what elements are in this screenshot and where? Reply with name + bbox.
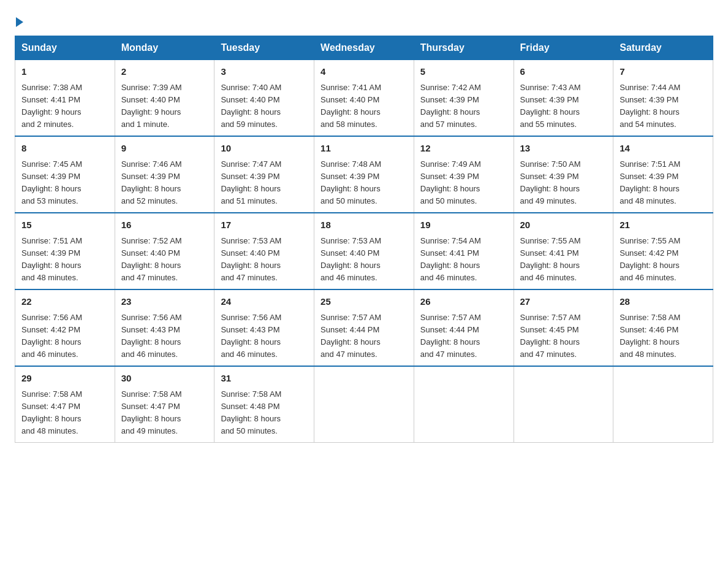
day-number: 15 — [21, 218, 108, 232]
calendar-cell: 28Sunrise: 7:58 AMSunset: 4:46 PMDayligh… — [613, 289, 713, 366]
calendar-cell: 26Sunrise: 7:57 AMSunset: 4:44 PMDayligh… — [414, 289, 514, 366]
logo — [15, 15, 25, 23]
calendar-cell: 8Sunrise: 7:45 AMSunset: 4:39 PMDaylight… — [15, 136, 115, 213]
day-number: 3 — [221, 65, 308, 79]
calendar-cell: 23Sunrise: 7:56 AMSunset: 4:43 PMDayligh… — [115, 289, 214, 366]
day-number: 17 — [221, 218, 308, 232]
day-number: 25 — [320, 295, 408, 309]
day-info: Sunrise: 7:57 AMSunset: 4:44 PMDaylight:… — [420, 312, 507, 361]
day-info: Sunrise: 7:43 AMSunset: 4:39 PMDaylight:… — [520, 82, 607, 131]
day-number: 18 — [320, 218, 408, 232]
calendar-cell: 22Sunrise: 7:56 AMSunset: 4:42 PMDayligh… — [15, 289, 115, 366]
col-wednesday: Wednesday — [314, 36, 414, 60]
day-number: 7 — [620, 65, 707, 79]
calendar-cell: 25Sunrise: 7:57 AMSunset: 4:44 PMDayligh… — [314, 289, 414, 366]
day-info: Sunrise: 7:48 AMSunset: 4:39 PMDaylight:… — [320, 158, 408, 208]
calendar-cell: 10Sunrise: 7:47 AMSunset: 4:39 PMDayligh… — [214, 136, 314, 213]
calendar-cell: 1Sunrise: 7:38 AMSunset: 4:41 PMDaylight… — [15, 60, 115, 137]
day-number: 21 — [620, 218, 707, 232]
day-number: 12 — [420, 142, 507, 156]
calendar-cell: 19Sunrise: 7:54 AMSunset: 4:41 PMDayligh… — [414, 213, 514, 289]
day-number: 31 — [221, 372, 308, 386]
day-number: 23 — [121, 295, 208, 309]
calendar-cell: 13Sunrise: 7:50 AMSunset: 4:39 PMDayligh… — [514, 136, 613, 213]
col-sunday: Sunday — [15, 36, 115, 60]
day-info: Sunrise: 7:57 AMSunset: 4:45 PMDaylight:… — [520, 312, 607, 361]
calendar-cell: 3Sunrise: 7:40 AMSunset: 4:40 PMDaylight… — [214, 60, 314, 137]
day-info: Sunrise: 7:47 AMSunset: 4:39 PMDaylight:… — [221, 158, 308, 208]
day-info: Sunrise: 7:53 AMSunset: 4:40 PMDaylight:… — [221, 235, 308, 285]
logo-triangle-icon — [16, 17, 23, 27]
calendar-cell — [514, 366, 613, 443]
calendar-cell: 31Sunrise: 7:58 AMSunset: 4:48 PMDayligh… — [214, 366, 314, 443]
day-info: Sunrise: 7:45 AMSunset: 4:39 PMDaylight:… — [21, 158, 108, 208]
day-info: Sunrise: 7:52 AMSunset: 4:40 PMDaylight:… — [121, 235, 208, 285]
calendar-cell: 14Sunrise: 7:51 AMSunset: 4:39 PMDayligh… — [613, 136, 713, 213]
calendar-cell: 7Sunrise: 7:44 AMSunset: 4:39 PMDaylight… — [613, 60, 713, 137]
day-number: 1 — [21, 65, 108, 79]
calendar-header-row: Sunday Monday Tuesday Wednesday Thursday… — [15, 36, 713, 60]
day-number: 29 — [21, 372, 108, 386]
col-monday: Monday — [115, 36, 214, 60]
day-number: 5 — [420, 65, 507, 79]
col-thursday: Thursday — [414, 36, 514, 60]
calendar-cell: 16Sunrise: 7:52 AMSunset: 4:40 PMDayligh… — [115, 213, 214, 289]
day-info: Sunrise: 7:58 AMSunset: 4:48 PMDaylight:… — [221, 388, 308, 438]
day-number: 11 — [320, 142, 408, 156]
day-info: Sunrise: 7:54 AMSunset: 4:41 PMDaylight:… — [420, 235, 507, 285]
calendar-cell: 4Sunrise: 7:41 AMSunset: 4:40 PMDaylight… — [314, 60, 414, 137]
calendar-cell: 30Sunrise: 7:58 AMSunset: 4:47 PMDayligh… — [115, 366, 214, 443]
week-row-5: 29Sunrise: 7:58 AMSunset: 4:47 PMDayligh… — [15, 366, 713, 443]
day-info: Sunrise: 7:40 AMSunset: 4:40 PMDaylight:… — [221, 82, 308, 131]
day-info: Sunrise: 7:49 AMSunset: 4:39 PMDaylight:… — [420, 158, 507, 208]
day-info: Sunrise: 7:39 AMSunset: 4:40 PMDaylight:… — [121, 82, 208, 131]
calendar-table: Sunday Monday Tuesday Wednesday Thursday… — [15, 36, 713, 443]
week-row-4: 22Sunrise: 7:56 AMSunset: 4:42 PMDayligh… — [15, 289, 713, 366]
calendar-cell — [414, 366, 514, 443]
calendar-cell: 27Sunrise: 7:57 AMSunset: 4:45 PMDayligh… — [514, 289, 613, 366]
day-number: 14 — [620, 142, 707, 156]
calendar-cell: 20Sunrise: 7:55 AMSunset: 4:41 PMDayligh… — [514, 213, 613, 289]
day-number: 10 — [221, 142, 308, 156]
logo-blue-part — [15, 15, 25, 27]
day-number: 24 — [221, 295, 308, 309]
day-number: 9 — [121, 142, 208, 156]
day-number: 4 — [320, 65, 408, 79]
week-row-3: 15Sunrise: 7:51 AMSunset: 4:39 PMDayligh… — [15, 213, 713, 289]
day-info: Sunrise: 7:41 AMSunset: 4:40 PMDaylight:… — [320, 82, 408, 131]
calendar-cell: 11Sunrise: 7:48 AMSunset: 4:39 PMDayligh… — [314, 136, 414, 213]
day-number: 27 — [520, 295, 607, 309]
day-info: Sunrise: 7:50 AMSunset: 4:39 PMDaylight:… — [520, 158, 607, 208]
col-friday: Friday — [514, 36, 613, 60]
calendar-cell: 17Sunrise: 7:53 AMSunset: 4:40 PMDayligh… — [214, 213, 314, 289]
calendar-cell — [314, 366, 414, 443]
day-info: Sunrise: 7:44 AMSunset: 4:39 PMDaylight:… — [620, 82, 707, 131]
page-header — [15, 15, 713, 23]
col-saturday: Saturday — [613, 36, 713, 60]
day-number: 8 — [21, 142, 108, 156]
day-number: 13 — [520, 142, 607, 156]
calendar-cell: 12Sunrise: 7:49 AMSunset: 4:39 PMDayligh… — [414, 136, 514, 213]
day-number: 16 — [121, 218, 208, 232]
calendar-cell: 6Sunrise: 7:43 AMSunset: 4:39 PMDaylight… — [514, 60, 613, 137]
calendar-cell: 21Sunrise: 7:55 AMSunset: 4:42 PMDayligh… — [613, 213, 713, 289]
day-info: Sunrise: 7:58 AMSunset: 4:46 PMDaylight:… — [620, 312, 707, 361]
day-info: Sunrise: 7:58 AMSunset: 4:47 PMDaylight:… — [21, 388, 108, 438]
calendar-cell: 9Sunrise: 7:46 AMSunset: 4:39 PMDaylight… — [115, 136, 214, 213]
day-number: 28 — [620, 295, 707, 309]
day-info: Sunrise: 7:51 AMSunset: 4:39 PMDaylight:… — [620, 158, 707, 208]
day-info: Sunrise: 7:55 AMSunset: 4:41 PMDaylight:… — [520, 235, 607, 285]
calendar-cell — [613, 366, 713, 443]
day-number: 6 — [520, 65, 607, 79]
day-info: Sunrise: 7:56 AMSunset: 4:42 PMDaylight:… — [21, 312, 108, 361]
day-number: 26 — [420, 295, 507, 309]
day-number: 22 — [21, 295, 108, 309]
week-row-1: 1Sunrise: 7:38 AMSunset: 4:41 PMDaylight… — [15, 60, 713, 137]
calendar-cell: 24Sunrise: 7:56 AMSunset: 4:43 PMDayligh… — [214, 289, 314, 366]
calendar-cell: 5Sunrise: 7:42 AMSunset: 4:39 PMDaylight… — [414, 60, 514, 137]
col-tuesday: Tuesday — [214, 36, 314, 60]
day-info: Sunrise: 7:42 AMSunset: 4:39 PMDaylight:… — [420, 82, 507, 131]
calendar-cell: 29Sunrise: 7:58 AMSunset: 4:47 PMDayligh… — [15, 366, 115, 443]
day-number: 2 — [121, 65, 208, 79]
day-info: Sunrise: 7:53 AMSunset: 4:40 PMDaylight:… — [320, 235, 408, 285]
